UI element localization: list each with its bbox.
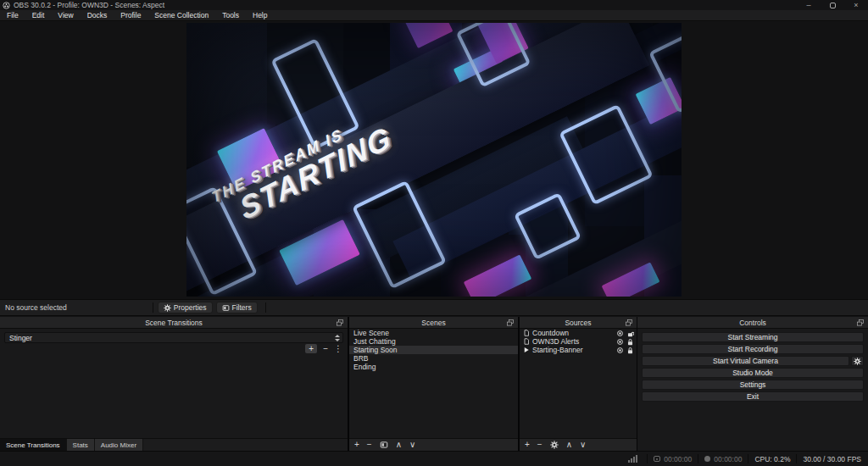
remove-source-button[interactable]: − (537, 441, 542, 449)
lock-icon[interactable] (626, 330, 634, 337)
popout-icon[interactable] (506, 319, 515, 327)
scene-item-just-chatting[interactable]: Just Chatting (349, 337, 518, 346)
scenes-title: Scenes (421, 319, 445, 327)
scene-item-starting-soon[interactable]: Starting Soon (349, 346, 518, 354)
scenes-dock: Scenes Live Scene Just Chatting Starting… (349, 317, 518, 451)
sources-toolbar: + − ∧ ∨ (520, 438, 637, 451)
tab-stats[interactable]: Stats (67, 439, 95, 451)
menu-item-scene-collection[interactable]: Scene Collection (147, 10, 215, 21)
media-source-icon (523, 347, 530, 353)
move-source-down-button[interactable]: ∨ (580, 441, 586, 449)
sources-header[interactable]: Sources (520, 317, 637, 329)
cpu-usage: CPU: 0.2% (754, 455, 790, 463)
tab-audio-mixer[interactable]: Audio Mixer (95, 439, 143, 451)
controls-title: Controls (739, 319, 766, 327)
controls-dock: Controls Start Streaming Start Recording… (637, 317, 868, 451)
maximize-button[interactable] (821, 0, 844, 10)
program-view: THE STREAM IS STARTING (0, 22, 868, 299)
scene-item-brb[interactable]: BRB (349, 354, 518, 363)
settings-button[interactable]: Settings (642, 380, 864, 390)
move-scene-down-button[interactable]: ∨ (409, 441, 415, 449)
add-source-button[interactable]: + (525, 441, 530, 449)
minimize-button[interactable]: – (797, 0, 821, 10)
visibility-eye-icon[interactable] (616, 338, 624, 346)
dock-tab-bar: Scene Transitions Stats Audio Mixer (0, 438, 348, 451)
scene-transitions-dock: Scene Transitions Stinger + − ⋮ Scene Tr… (0, 317, 348, 451)
preview-canvas[interactable]: THE STREAM IS STARTING (186, 23, 682, 297)
scene-item-live-scene[interactable]: Live Scene (349, 329, 518, 337)
remove-scene-button[interactable]: − (367, 441, 372, 449)
start-recording-button[interactable]: Start Recording (642, 344, 864, 354)
popout-icon[interactable] (625, 319, 633, 327)
menu-item-help[interactable]: Help (246, 10, 274, 21)
toolbar-separator (265, 302, 266, 313)
source-name: OWN3D Alerts (532, 337, 614, 346)
popout-icon[interactable] (856, 319, 865, 327)
transition-actions: + − ⋮ (305, 344, 342, 353)
window-controls: – × (797, 0, 868, 10)
menu-item-profile[interactable]: Profile (114, 10, 147, 21)
popout-icon[interactable] (336, 319, 344, 327)
scene-transitions-header[interactable]: Scene Transitions (0, 317, 348, 329)
controls-header[interactable]: Controls (637, 317, 868, 329)
network-signal-icon (628, 455, 637, 463)
scenes-toolbar: + − ∧ ∨ (349, 438, 518, 451)
source-item-starting-banner[interactable]: Starting-Banner (520, 346, 637, 354)
toolbar-separator (153, 302, 153, 313)
sources-title: Sources (565, 319, 591, 327)
sources-dock: Sources Countdown (520, 317, 637, 451)
record-status-icon (704, 456, 710, 462)
record-time: 00:00:00 (714, 455, 742, 463)
stream-time-group: 00:00:00 (654, 455, 692, 463)
scene-transitions-title: Scene Transitions (145, 319, 203, 327)
menu-item-docks[interactable]: Docks (81, 10, 114, 21)
menu-item-file[interactable]: File (0, 10, 25, 21)
scene-item-ending[interactable]: Ending (349, 363, 518, 371)
move-source-up-button[interactable]: ∧ (566, 441, 572, 449)
status-separator (647, 454, 648, 463)
status-separator (698, 454, 698, 463)
source-item-own3d-alerts[interactable]: OWN3D Alerts (520, 337, 637, 346)
lock-icon[interactable] (626, 347, 634, 354)
add-transition-button[interactable]: + (305, 344, 317, 353)
status-separator (748, 454, 748, 463)
menu-item-view[interactable]: View (51, 10, 80, 21)
close-button[interactable]: × (844, 0, 868, 10)
properties-label: Properties (174, 303, 207, 312)
title-bar: OBS 30.0.2 - Profile: OWN3D - Scenes: As… (0, 0, 868, 10)
visibility-eye-icon[interactable] (616, 347, 624, 354)
filters-button[interactable]: Filters (216, 302, 258, 313)
status-bar: 00:00:00 00:00:00 CPU: 0.2% 30.00 / 30.0… (0, 451, 868, 466)
source-properties-gear-button[interactable] (550, 441, 559, 449)
gear-icon (854, 358, 861, 365)
record-time-group: 00:00:00 (704, 455, 742, 463)
tab-scene-transitions[interactable]: Scene Transitions (0, 439, 67, 451)
lock-icon[interactable] (626, 338, 634, 346)
start-virtual-camera-button[interactable]: Start Virtual Camera (642, 356, 849, 366)
exit-button[interactable]: Exit (642, 391, 864, 402)
transition-properties-button[interactable]: ⋮ (334, 345, 342, 353)
transition-current-value: Stinger (9, 334, 32, 342)
scene-filters-button[interactable] (380, 441, 388, 449)
virtual-camera-config-button[interactable] (851, 356, 864, 366)
status-separator (796, 454, 797, 463)
remove-transition-button[interactable]: − (323, 345, 328, 353)
spinner-icon (333, 333, 341, 342)
add-scene-button[interactable]: + (354, 441, 359, 449)
source-item-countdown[interactable]: Countdown (520, 329, 637, 337)
scene-list: Live Scene Just Chatting Starting Soon B… (349, 329, 518, 371)
studio-mode-button[interactable]: Studio Mode (642, 368, 864, 378)
transition-select[interactable]: Stinger (4, 332, 343, 343)
start-streaming-button[interactable]: Start Streaming (642, 332, 864, 342)
properties-button[interactable]: Properties (158, 302, 213, 313)
maximize-icon (830, 3, 836, 8)
preview-artwork: THE STREAM IS STARTING (186, 23, 682, 297)
source-name: Countdown (532, 329, 614, 337)
menu-item-edit[interactable]: Edit (25, 10, 52, 21)
move-scene-up-button[interactable]: ∧ (396, 441, 402, 449)
scenes-header[interactable]: Scenes (349, 317, 518, 329)
visibility-eye-icon[interactable] (616, 330, 624, 337)
obs-window: OBS 30.0.2 - Profile: OWN3D - Scenes: As… (0, 0, 868, 466)
gear-icon (164, 304, 171, 312)
menu-item-tools[interactable]: Tools (215, 10, 246, 21)
